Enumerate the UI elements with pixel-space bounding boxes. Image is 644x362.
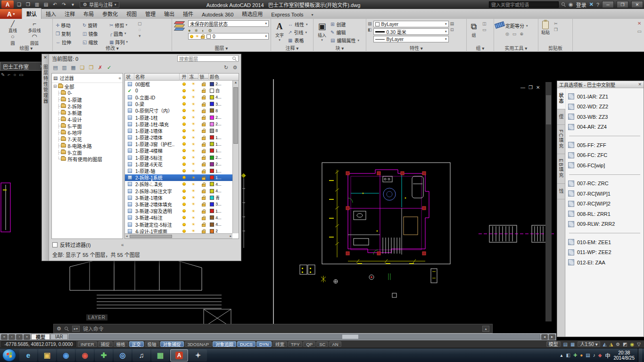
palette-item-005-FF: ZFF[interactable]: 005-FF: ZFF — [568, 140, 641, 150]
layer-tools-row[interactable]: ● ❄ ◐ ⚙ — [188, 28, 269, 33]
ui-lock-icon[interactable]: ◩ — [623, 342, 627, 347]
polyline-mini-icon[interactable]: ⌐ — [8, 72, 10, 77]
layer-color-swatch[interactable] — [210, 162, 214, 166]
layer-lock-icon[interactable] — [202, 123, 206, 126]
group-button[interactable]: ⧉ 组 — [467, 20, 481, 45]
object-color-dropdown[interactable]: ByLayer▾ — [373, 21, 449, 27]
insert-block-button[interactable]: ▣ 插入 ▾ — [314, 20, 330, 45]
layer-freeze-sun-icon[interactable]: ☀ — [191, 162, 195, 166]
layer-lock-icon[interactable] — [202, 204, 206, 206]
layer-lock-icon[interactable] — [202, 90, 206, 93]
copy-clip-icon[interactable]: ❐ — [554, 27, 558, 32]
layer-row-0-梁[interactable]: 0-梁☀3... — [125, 101, 232, 107]
maximize-button[interactable]: ❐ — [617, 1, 628, 8]
invert-filter-checkbox[interactable] — [52, 242, 58, 247]
modify-tool-旋转[interactable]: ↻旋转 — [83, 22, 109, 29]
layer-on-bulb-icon[interactable] — [182, 203, 186, 206]
annotation-tool-表格[interactable]: ▦表格 — [288, 36, 308, 44]
layer-on-bulb-icon[interactable] — [182, 230, 186, 233]
layer-freeze-sun-icon[interactable]: ☀ — [191, 209, 195, 214]
sign-in-person-icon[interactable]: ◉ — [569, 1, 573, 8]
layer-lock-icon[interactable] — [202, 157, 206, 160]
ribbon-tab-Express Tools[interactable]: Express Tools — [267, 10, 307, 19]
layer-on-bulb-icon[interactable] — [182, 176, 186, 179]
search-icon[interactable] — [561, 2, 566, 7]
layer-on-bulb-icon[interactable] — [182, 129, 186, 132]
properties-left-icons[interactable]: ▨◧ — [366, 20, 373, 45]
layer-on-bulb-icon[interactable] — [182, 182, 186, 186]
tray-expand-icon[interactable]: ▴ — [560, 353, 562, 358]
layer-on-bulb-icon[interactable] — [182, 156, 186, 159]
layer-row-1-原建-1柱[interactable]: 1-原建-1柱☀2... — [125, 114, 232, 121]
layer-on-bulb-icon[interactable] — [182, 136, 186, 139]
input-language-indicator[interactable]: 中 — [605, 352, 611, 359]
layer-properties-icon[interactable] — [174, 21, 185, 32]
layer-row-1-原建-1柱-填充[interactable]: 1-原建-1柱-填充☀2... — [125, 121, 232, 127]
filter-tree-item-0-[interactable]: ├0- — [52, 90, 123, 96]
red-x-icon[interactable]: ✕ — [637, 21, 641, 26]
layer-freeze-sun-icon[interactable]: ☀ — [191, 122, 195, 126]
vertical-scrollbar[interactable]: ▲ — [232, 81, 239, 233]
layer-color-swatch[interactable] — [210, 108, 214, 113]
palette-tab-状态[interactable]: 状态 — [557, 88, 565, 109]
layer-color-swatch[interactable] — [210, 189, 214, 193]
filter-tree-item-全部[interactable]: ⊟全部 — [52, 83, 123, 90]
modify-extra-icons[interactable]: ▢◌▾ — [136, 20, 143, 40]
status-toggle-SC[interactable]: SC — [316, 341, 328, 347]
media-app-icon[interactable]: ◉ — [57, 349, 75, 362]
layer-row-2-拆除-2填充[interactable]: 2-拆除-2填充☀4... — [125, 181, 232, 188]
viewport-restore-icon[interactable]: ❐ — [528, 85, 533, 90]
layer-state-dropdown[interactable]: 未保存的图层状态▾ — [188, 20, 269, 27]
application-menu-button[interactable]: A▾ — [0, 9, 22, 19]
modify-tool-移动[interactable]: ✛移动 — [56, 22, 83, 29]
layer-dropdown[interactable]: ☀ 0▾ — [188, 33, 269, 40]
layer-row-3-新建-2墙体填充[interactable]: 3-新建-2墙体填充☀3... — [125, 201, 232, 207]
text-tool-button[interactable]: A 文字 ▾ — [271, 20, 288, 45]
palette-tab-EB填充[interactable]: EB填充 — [557, 154, 565, 183]
layer-on-bulb-icon[interactable] — [182, 196, 186, 199]
palette-tab-侄[interactable]: 侄 — [557, 109, 565, 125]
layer-freeze-sun-icon[interactable]: ☀ — [191, 108, 195, 113]
layer-on-bulb-icon[interactable] — [182, 223, 186, 226]
ribbon-tab-输出[interactable]: 输出 — [160, 8, 179, 19]
layer-row-0-原侧尺寸（内）[interactable]: 0-原侧尺寸（内）☀8 — [125, 107, 232, 114]
layer-freeze-sun-icon[interactable]: ☀ — [191, 115, 195, 120]
folder-icon[interactable]: ▣ — [38, 349, 56, 362]
palette-title-strip[interactable]: ✕ 图层特性管理器 — [42, 54, 49, 261]
palette-item-001-IAR: ZZ1[interactable]: 001-IAR: ZZ1 — [568, 91, 641, 102]
layer-lock-icon[interactable] — [202, 197, 206, 200]
ribbon-minimize-icon[interactable]: ▾ — [310, 11, 315, 19]
quick-view-layouts-icon[interactable]: ▤ — [563, 342, 568, 347]
layer-lock-icon[interactable] — [202, 137, 206, 140]
exchange-x-icon[interactable]: ✕ — [589, 1, 594, 8]
ribbon-tab-视图[interactable]: 视图 — [122, 8, 141, 19]
viewport-close-icon[interactable]: ✕ — [536, 85, 540, 90]
workspace-switcher[interactable]: ⚙ 草图与注释 ▾ — [80, 1, 119, 8]
green-app-icon[interactable]: ✚ — [95, 349, 113, 362]
layer-freeze-sun-icon[interactable]: ☀ — [191, 202, 195, 206]
autocad-icon[interactable]: A — [170, 349, 188, 362]
layer-lock-icon[interactable] — [202, 164, 206, 166]
status-toggle-捕捉[interactable]: 捕捉 — [98, 341, 113, 347]
rect-mini-icon[interactable]: ▭ — [19, 72, 23, 77]
layer-on-bulb-icon[interactable] — [182, 163, 186, 166]
layer-row-1-原建-轴[interactable]: 1-原建-轴☀1... — [125, 167, 232, 174]
clean-screen-icon[interactable]: ▽ — [637, 342, 641, 347]
layer-lock-icon[interactable] — [202, 184, 206, 187]
layer-row-0[interactable]: ✓0☀白 — [125, 87, 232, 94]
palette-item-009-RLW: ZRR2[interactable]: 009-RLW: ZRR2 — [568, 219, 641, 230]
clipboard-extra-icons[interactable]: ✂ ❐ — [553, 20, 559, 45]
command-options-chip[interactable]: ▸▾ — [72, 326, 80, 332]
layer-on-bulb-icon[interactable] — [182, 189, 186, 193]
group-extra-icons[interactable]: ◫▭ — [481, 20, 488, 45]
layer-freeze-sun-icon[interactable]: ☀ — [191, 128, 195, 133]
customize-wrench-icon[interactable]: ⚙ — [57, 326, 61, 332]
annotation-tool-引线[interactable]: ↗引线▾ — [288, 28, 308, 36]
layer-on-bulb-icon[interactable] — [182, 209, 186, 213]
layer-search-input[interactable]: 搜索图层 — [177, 55, 239, 62]
status-toggle-DYN[interactable]: DYN — [256, 341, 272, 347]
new-property-filter-icon[interactable]: ▤ — [52, 65, 59, 71]
tray-icon-2[interactable]: ✚ — [573, 353, 577, 358]
layer-freeze-sun-icon[interactable]: ☀ — [191, 95, 195, 99]
layer-row-3-新建-4标注[interactable]: 3-新建-4标注☀4... — [125, 214, 232, 221]
